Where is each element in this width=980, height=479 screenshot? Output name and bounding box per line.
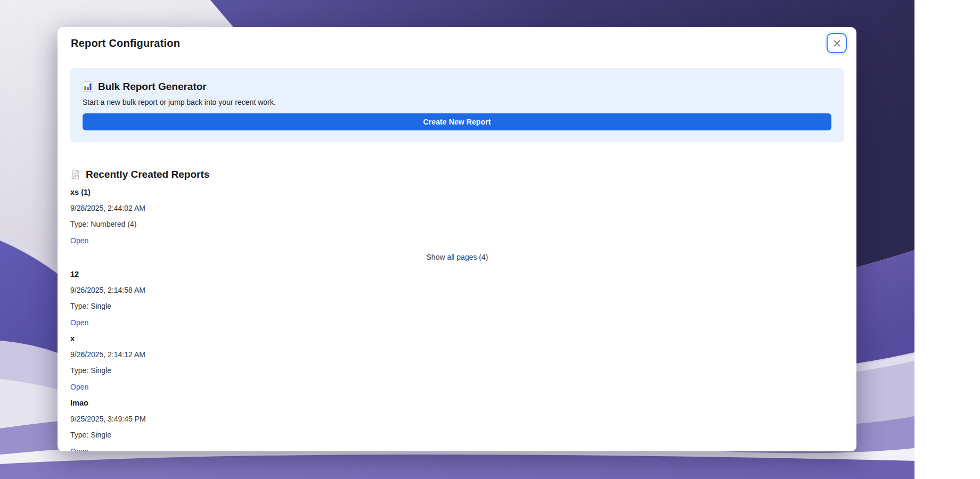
generator-heading: Bulk Report Generator	[83, 81, 831, 93]
recent-reports-heading: Recently Created Reports	[70, 169, 844, 180]
report-date: 9/28/2025, 2:44:02 AM	[70, 204, 844, 213]
report-name: xs (1)	[70, 188, 844, 197]
report-list-item: xs (1) 9/28/2025, 2:44:02 AM Type: Numbe…	[70, 188, 844, 262]
bar-chart-icon	[83, 81, 93, 92]
open-report-link[interactable]: Open	[70, 447, 88, 451]
open-report-link[interactable]: Open	[70, 383, 88, 392]
report-type: Type: Single	[70, 366, 844, 375]
bulk-report-generator-panel: Bulk Report Generator Start a new bulk r…	[70, 68, 844, 142]
show-all-pages-row: Show all pages (4)	[70, 252, 844, 262]
report-list-item: 12 9/26/2025, 2:14:58 AM Type: Single Op…	[70, 270, 844, 334]
report-type: Type: Single	[70, 302, 844, 311]
generator-title: Bulk Report Generator	[98, 81, 207, 93]
page-icon	[70, 169, 81, 180]
report-date: 9/26/2025, 2:14:58 AM	[70, 286, 844, 295]
recent-reports-title: Recently Created Reports	[86, 169, 209, 180]
generator-subtitle: Start a new bulk report or jump back int…	[83, 98, 831, 106]
close-icon	[832, 39, 842, 48]
report-list-item: lmao 9/25/2025, 3:49:45 PM Type: Single …	[70, 399, 844, 451]
report-name: 12	[70, 270, 844, 279]
report-name: x	[70, 334, 844, 343]
report-date: 9/25/2025, 3:49:45 PM	[70, 415, 844, 424]
open-report-link[interactable]: Open	[70, 318, 88, 327]
report-type: Type: Single	[70, 431, 844, 440]
report-list-item: x 9/26/2025, 2:14:12 AM Type: Single Ope…	[70, 334, 844, 399]
dialog-header: Report Configuration	[70, 36, 844, 60]
report-type: Type: Numbered (4)	[70, 220, 844, 229]
create-new-report-button[interactable]: Create New Report	[83, 113, 831, 130]
recent-reports-list: xs (1) 9/28/2025, 2:44:02 AM Type: Numbe…	[70, 188, 844, 451]
report-configuration-dialog: Report Configuration Bulk Report Generat…	[58, 27, 856, 451]
report-name: lmao	[70, 399, 844, 408]
close-button[interactable]	[827, 33, 847, 53]
report-date: 9/26/2025, 2:14:12 AM	[70, 350, 844, 359]
open-report-link[interactable]: Open	[70, 236, 88, 245]
dialog-title: Report Configuration	[70, 36, 844, 49]
show-all-pages-button[interactable]: Show all pages (4)	[427, 253, 488, 262]
